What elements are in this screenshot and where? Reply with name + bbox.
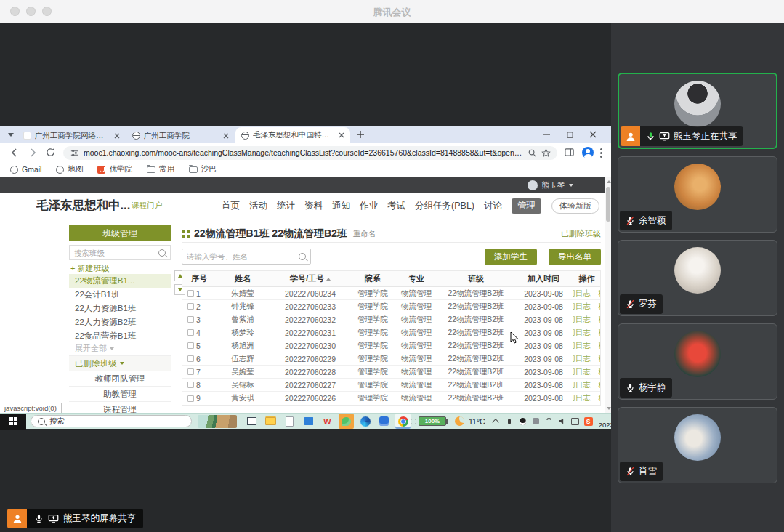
edge-icon[interactable]: [357, 414, 373, 429]
temperature-label[interactable]: 11°C: [469, 417, 485, 426]
deleted-classes-link[interactable]: 已删除班级: [69, 355, 171, 371]
student-search-input[interactable]: [187, 252, 296, 261]
table-header-cell[interactable]: 加入时间: [514, 273, 573, 284]
row-checkbox[interactable]: [187, 355, 194, 362]
student-search-box[interactable]: [182, 249, 311, 265]
sidebar-link[interactable]: 助教管理: [69, 386, 171, 401]
tab-close-icon[interactable]: [337, 131, 346, 140]
nav-item[interactable]: 管理: [512, 198, 541, 214]
browser-tab[interactable]: 广州工商学院: [126, 128, 235, 143]
access-log-link[interactable]: 访问日志: [573, 328, 591, 338]
class-list-item[interactable]: 22物流管理B1...: [69, 274, 171, 288]
moon-weather-icon[interactable]: [455, 416, 464, 426]
browser-tab[interactable]: 广州工商学院网络教学平台: [17, 128, 126, 143]
rename-link[interactable]: 重命名: [353, 229, 376, 239]
pc-manager-icon[interactable]: [532, 417, 540, 425]
remove-link[interactable]: 移除: [599, 341, 601, 351]
remove-link[interactable]: 移除: [599, 328, 601, 338]
row-checkbox[interactable]: [187, 342, 194, 349]
address-bar[interactable]: mooc1.chaoxing.com/mooc-ans/teachingClas…: [63, 146, 557, 160]
task-view-icon[interactable]: [244, 414, 259, 429]
restore-icon[interactable]: [562, 129, 578, 140]
try-new-version-button[interactable]: 体验新版: [551, 198, 599, 214]
battery-indicator[interactable]: 100%: [419, 416, 446, 426]
row-checkbox[interactable]: [187, 303, 194, 310]
store-icon[interactable]: [301, 414, 316, 429]
page-scrollbar[interactable]: [605, 177, 611, 413]
access-log-link[interactable]: 访问日志: [573, 315, 591, 325]
access-log-link[interactable]: 访问日志: [573, 380, 591, 390]
browser-menu-icon[interactable]: [600, 148, 602, 158]
remove-link[interactable]: 移除: [599, 315, 601, 325]
table-header-cell[interactable]: 院系: [351, 273, 395, 284]
minimize-icon[interactable]: [538, 129, 554, 140]
participant-tile[interactable]: 罗芬: [618, 240, 777, 316]
nav-item[interactable]: 资料: [304, 200, 323, 212]
sogou-icon[interactable]: S: [584, 417, 593, 426]
wifi-icon[interactable]: [545, 417, 553, 425]
deleted-classes-top-link[interactable]: 已删除班级: [561, 228, 601, 239]
row-checkbox[interactable]: [187, 368, 194, 375]
sidebar-link[interactable]: 课程管理: [69, 401, 171, 413]
site-settings-icon[interactable]: [70, 148, 79, 158]
participant-tile[interactable]: 熊玉琴正在共享: [618, 73, 777, 149]
nav-item[interactable]: 统计: [277, 200, 295, 212]
access-log-link[interactable]: 访问日志: [573, 289, 591, 299]
scrollbar-thumb[interactable]: [606, 187, 610, 222]
wechat-icon[interactable]: [339, 414, 354, 429]
row-checkbox[interactable]: [187, 329, 194, 336]
nav-item[interactable]: 通知: [332, 200, 350, 212]
add-student-button[interactable]: 添加学生: [485, 249, 537, 265]
participant-tile[interactable]: 肖雪: [618, 407, 777, 483]
account-caret-icon[interactable]: [569, 184, 573, 187]
table-header-cell[interactable]: 序号: [182, 273, 216, 284]
volume-icon[interactable]: [558, 417, 566, 425]
profile-avatar[interactable]: [582, 147, 594, 158]
bookmark-item[interactable]: 优学院: [97, 164, 132, 174]
nav-item[interactable]: 分组任务(PBL): [415, 200, 474, 212]
bookmark-item[interactable]: 沙巴: [189, 164, 217, 174]
row-checkbox[interactable]: [187, 290, 194, 297]
participant-tile[interactable]: 杨宇静: [618, 323, 777, 400]
class-search-input[interactable]: [74, 249, 155, 257]
nav-item[interactable]: 首页: [222, 200, 240, 212]
close-icon[interactable]: [585, 129, 601, 140]
tab-search-chevron-icon[interactable]: [4, 128, 17, 141]
row-checkbox[interactable]: [187, 395, 194, 402]
bookmark-star-icon[interactable]: [541, 148, 551, 158]
participant-tile[interactable]: 余智颖: [618, 156, 777, 233]
access-log-link[interactable]: 访问日志: [573, 354, 591, 364]
forward-icon[interactable]: [27, 147, 39, 158]
remove-link[interactable]: 移除: [599, 367, 601, 377]
microphone-icon[interactable]: [506, 417, 514, 425]
sidebar-link[interactable]: 教师团队管理: [69, 371, 171, 386]
bookmark-item[interactable]: Gmail: [10, 165, 41, 174]
bookmark-item[interactable]: 常用: [147, 164, 174, 174]
account-avatar[interactable]: [528, 180, 538, 190]
back-icon[interactable]: [9, 147, 20, 158]
table-header-cell[interactable]: 班级: [438, 273, 514, 284]
wps-icon[interactable]: W: [320, 414, 335, 429]
remove-link[interactable]: 移除: [599, 380, 601, 390]
class-list-item[interactable]: 22食品营养B1班: [69, 329, 171, 343]
expand-all-link[interactable]: 展开全部: [69, 343, 171, 354]
course-portal-link[interactable]: 课程门户: [132, 201, 162, 211]
class-search-box[interactable]: [69, 245, 171, 260]
table-header-cell[interactable]: 学号/工号: [270, 273, 351, 284]
xuexitong-icon[interactable]: [376, 414, 392, 429]
chevron-up-icon[interactable]: [493, 417, 501, 425]
remove-link[interactable]: 移除: [599, 302, 601, 312]
remove-link[interactable]: 移除: [599, 354, 601, 364]
row-checkbox[interactable]: [187, 316, 194, 323]
file-explorer-icon[interactable]: [263, 414, 278, 429]
access-log-link[interactable]: 访问日志: [573, 367, 591, 377]
table-header-cell[interactable]: 姓名: [216, 273, 270, 284]
qq-icon[interactable]: [519, 417, 527, 425]
access-log-link[interactable]: 访问日志: [573, 302, 591, 312]
document-icon[interactable]: [282, 414, 297, 429]
taskbar-search-box[interactable]: 搜索: [31, 415, 192, 427]
tab-close-icon[interactable]: [113, 132, 121, 140]
remove-link[interactable]: 移除: [599, 289, 601, 299]
tab-close-icon[interactable]: [222, 132, 230, 140]
class-list-item[interactable]: 22人力资源B2班: [69, 315, 171, 329]
